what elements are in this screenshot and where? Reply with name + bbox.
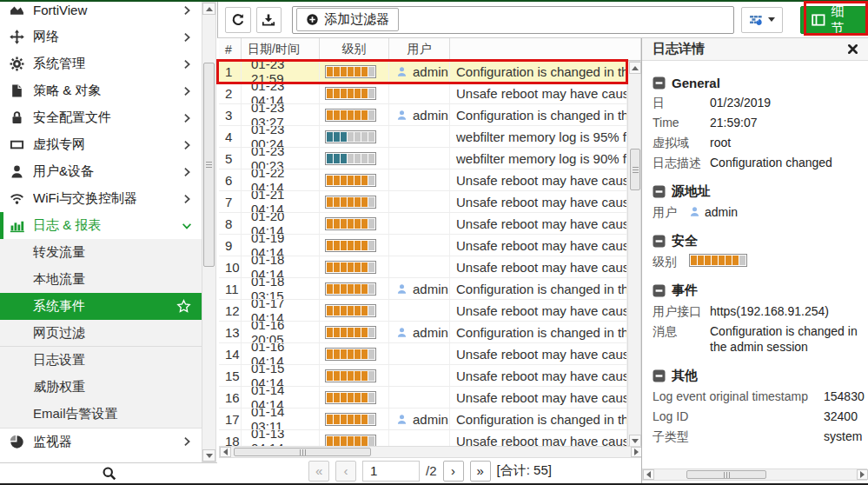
- next-page-button[interactable]: ›: [443, 461, 464, 482]
- sidebar-item-虚拟专网[interactable]: 虚拟专网: [0, 131, 202, 158]
- sidebar-search-button[interactable]: [0, 462, 217, 483]
- scroll-left-icon[interactable]: [643, 469, 654, 480]
- field-label: Log event original timestamp: [653, 389, 824, 404]
- table-row[interactable]: 201-23 04:14Unsafe reboot may have cause…: [219, 83, 627, 104]
- severity-level-bar: [325, 174, 376, 187]
- cell-level: [320, 322, 389, 342]
- column-header-用户[interactable]: 用户: [389, 38, 450, 60]
- sidebar-item-Email告警设置[interactable]: Email告警设置: [0, 401, 202, 428]
- table-row[interactable]: 1401-16 04:14Unsafe reboot may have caus…: [219, 343, 627, 365]
- field-value-text: system: [824, 429, 862, 444]
- sidebar-item-转发流量[interactable]: 转发流量: [0, 239, 202, 266]
- table-row[interactable]: 1801-13 04:14Unsafe reboot may have caus…: [219, 430, 627, 446]
- sidebar-item-威胁权重[interactable]: 威胁权重: [0, 374, 202, 401]
- refresh-button[interactable]: [225, 7, 251, 33]
- sidebar-item-FortiView[interactable]: FortiView: [0, 2, 202, 23]
- section-header[interactable]: 安全: [653, 233, 866, 249]
- scroll-up-icon[interactable]: [202, 3, 215, 15]
- first-page-button[interactable]: «: [308, 461, 329, 482]
- sidebar-item-系统事件[interactable]: 系统事件: [0, 293, 202, 320]
- table-row[interactable]: 801-20 04:14Unsafe reboot may have cause…: [219, 213, 627, 235]
- field-value: 154830: [824, 389, 865, 404]
- sidebar-item-本地流量[interactable]: 本地流量: [0, 266, 202, 293]
- table-hscroll-thumb[interactable]: [234, 448, 371, 456]
- table-row[interactable]: 1101-18 03:15adminConfiguration is chang…: [219, 278, 627, 300]
- table-row[interactable]: 1501-15 04:14Unsafe reboot may have caus…: [219, 365, 627, 387]
- cell-level: [320, 300, 389, 321]
- sidebar-item-安全配置文件[interactable]: 安全配置文件: [0, 104, 202, 131]
- table-row[interactable]: 1301-16 20:05adminConfiguration is chang…: [219, 322, 627, 343]
- table-row[interactable]: 901-19 04:14Unsafe reboot may have cause…: [219, 235, 627, 256]
- field-value-text: 01/23/2019: [710, 95, 771, 110]
- table-row[interactable]: 1201-17 04:14Unsafe reboot may have caus…: [219, 300, 627, 322]
- section-header[interactable]: General: [653, 76, 866, 90]
- sidebar-item-策略 & 对象[interactable]: 策略 & 对象: [0, 77, 202, 104]
- detail-field: Log ID32400: [653, 409, 866, 424]
- cell-row-number: 11: [219, 278, 242, 299]
- filter-bar[interactable]: 添加过滤器: [292, 6, 734, 34]
- table-row[interactable]: 701-21 04:14Unsafe reboot may have cause…: [219, 191, 627, 213]
- column-header-日期/时间[interactable]: 日期/时间: [242, 38, 320, 60]
- field-label: Time: [653, 115, 710, 130]
- details-horizontal-scrollbar[interactable]: [642, 468, 867, 481]
- cell-row-number: 8: [219, 213, 242, 234]
- prev-page-button[interactable]: ‹: [335, 461, 356, 482]
- cell-message: Unsafe reboot may have caused: [450, 430, 627, 446]
- table-horizontal-scrollbar[interactable]: [219, 446, 641, 458]
- field-label: 日: [653, 95, 710, 110]
- sidebar-scrollbar[interactable]: [202, 2, 216, 462]
- column-header-级别[interactable]: 级别: [320, 38, 389, 60]
- scroll-up-icon[interactable]: [629, 62, 641, 74]
- table-row[interactable]: 601-22 04:14Unsafe reboot may have cause…: [219, 169, 627, 191]
- sidebar-item-日志设置[interactable]: 日志设置: [0, 347, 202, 374]
- scroll-right-icon[interactable]: [857, 469, 868, 480]
- details-hscroll-thumb[interactable]: [686, 470, 766, 479]
- scroll-left-icon[interactable]: [220, 447, 231, 457]
- sidebar-scrollbar-thumb[interactable]: [203, 63, 215, 267]
- cell-message: Unsafe reboot may have caused: [450, 300, 627, 321]
- details-toggle-button[interactable]: 细节: [800, 6, 868, 34]
- section-title: General: [672, 76, 720, 90]
- last-page-button[interactable]: »: [470, 461, 491, 482]
- cell-datetime: 01-18 04:14: [242, 256, 320, 277]
- column-header-message[interactable]: [450, 38, 641, 60]
- cell-row-number: 3: [219, 104, 242, 125]
- table-row[interactable]: 301-23 03:27adminConfiguration is change…: [219, 104, 627, 126]
- table-row[interactable]: 1001-18 04:14Unsafe reboot may have caus…: [219, 256, 627, 278]
- sidebar-item-网页过滤[interactable]: 网页过滤: [0, 320, 202, 347]
- table-row[interactable]: 401-23 00:24webfilter memory log is 95% …: [219, 126, 627, 148]
- section-header[interactable]: 源地址: [653, 183, 866, 200]
- chart-view-dropdown-button[interactable]: [741, 7, 782, 33]
- table-vscroll-thumb[interactable]: [630, 149, 640, 190]
- scroll-down-icon[interactable]: [629, 435, 641, 447]
- sidebar-item-WiFi与交换控制器[interactable]: WiFi与交换控制器: [0, 185, 202, 212]
- column-header-#[interactable]: #: [219, 38, 242, 60]
- scroll-down-icon[interactable]: [202, 449, 215, 462]
- detail-field: 日志描述Configuration changed: [653, 155, 866, 170]
- sidebar-item-系统管理[interactable]: 系统管理: [0, 50, 202, 77]
- cell-row-number: 5: [219, 148, 242, 169]
- sidebar-item-监视器[interactable]: 监视器: [0, 428, 202, 455]
- log-chart-icon: [9, 218, 25, 233]
- download-button[interactable]: [256, 7, 282, 33]
- page-number-input[interactable]: [362, 461, 420, 482]
- field-value-text: Configuration is changed in the admin se…: [710, 324, 858, 354]
- field-label: Log ID: [653, 409, 824, 424]
- user-name: admin: [413, 325, 448, 340]
- table-row[interactable]: 1701-14 03:11adminConfiguration is chang…: [219, 409, 627, 430]
- sidebar-item-用户&设备[interactable]: 用户&设备: [0, 158, 202, 185]
- table-vertical-scrollbar[interactable]: [627, 61, 641, 446]
- sidebar-item-网络[interactable]: 网络: [0, 23, 202, 50]
- details-section-事件: 事件用户接口https(192.168.91.254)消息Configurati…: [653, 282, 866, 355]
- add-filter-button[interactable]: 添加过滤器: [296, 8, 399, 31]
- table-row[interactable]: 501-23 00:23webfilter memory log is 90% …: [219, 148, 627, 169]
- cell-message: Unsafe reboot may have caused: [450, 235, 627, 256]
- table-row[interactable]: 101-23 21:59adminConfiguration is change…: [219, 61, 627, 83]
- section-header[interactable]: 其他: [653, 368, 866, 384]
- table-row[interactable]: 1601-14 04:14Unsafe reboot may have caus…: [219, 387, 627, 409]
- sidebar-item-日志 & 报表[interactable]: 日志 & 报表: [0, 212, 202, 239]
- cell-user: [389, 169, 450, 190]
- close-icon[interactable]: [846, 43, 859, 56]
- section-header[interactable]: 事件: [653, 282, 866, 299]
- user-icon: [9, 164, 25, 179]
